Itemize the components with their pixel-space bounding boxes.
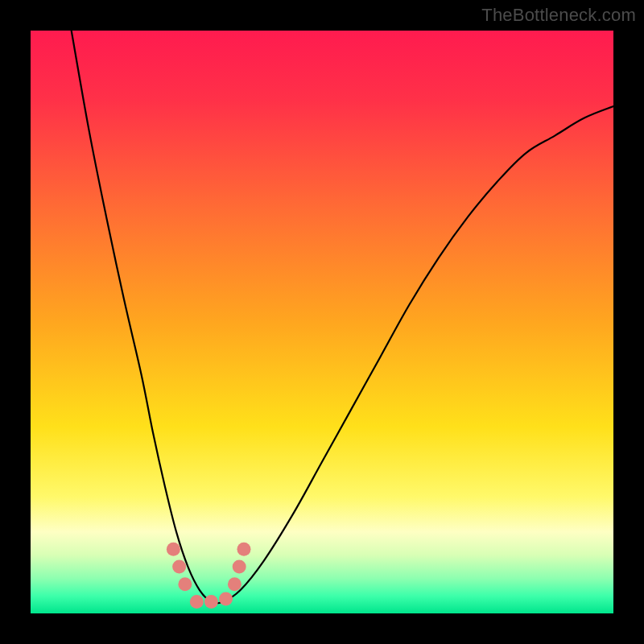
chart-frame: TheBottleneck.com <box>0 0 644 644</box>
curve-marker <box>190 595 204 609</box>
curve-marker <box>219 592 233 605</box>
curve-marker <box>167 543 180 556</box>
gradient-background <box>31 31 613 613</box>
curve-marker <box>178 577 192 591</box>
curve-marker <box>172 560 186 574</box>
plot-area <box>31 31 613 613</box>
curve-marker <box>233 560 246 574</box>
bottleneck-chart <box>31 31 613 613</box>
watermark-label: TheBottleneck.com <box>481 5 636 26</box>
curve-marker <box>237 543 250 556</box>
curve-marker <box>228 577 242 591</box>
curve-marker <box>204 595 218 609</box>
